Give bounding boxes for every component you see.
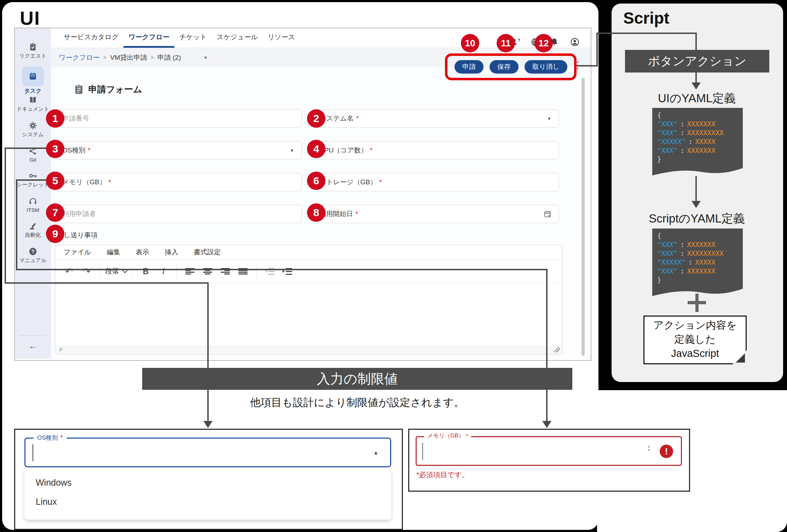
sidebar-item-manual[interactable]: ? マニュアル bbox=[15, 247, 51, 264]
ui-yaml-heading: UIのYAML定義 bbox=[623, 91, 771, 106]
form-title: 申請フォーム bbox=[74, 83, 142, 95]
menu-file[interactable]: ファイル bbox=[64, 248, 91, 257]
arrow-down-icon bbox=[691, 201, 701, 208]
sidebar-item-document[interactable]: ドキュメント bbox=[15, 96, 51, 112]
breadcrumb-caret-icon[interactable]: ▼ bbox=[203, 55, 208, 60]
connector-line bbox=[5, 282, 209, 284]
dropdown-caret-up-icon[interactable]: ▲ bbox=[373, 449, 379, 456]
scrollbar-thumb[interactable] bbox=[581, 78, 585, 356]
os-options-listbox: Windows Linux bbox=[24, 469, 391, 520]
field-storage-gb[interactable]: ストレージ（GB）* bbox=[312, 173, 559, 191]
save-button[interactable]: 保存 bbox=[490, 60, 519, 74]
dropdown-caret-icon[interactable]: ▼ bbox=[290, 148, 294, 153]
submit-button[interactable]: 申請 bbox=[455, 60, 484, 74]
more-options-icon[interactable] bbox=[577, 62, 578, 71]
number-spinner-icon[interactable]: ▲▼ bbox=[647, 444, 650, 452]
tab-schedule[interactable]: スケジュール bbox=[212, 28, 263, 48]
sidebar-label: ITSM bbox=[15, 207, 51, 213]
connector-line bbox=[695, 73, 697, 83]
annotation-badge-12: 12 bbox=[534, 34, 553, 52]
memory-field-floating-label: メモリ（GB）* bbox=[424, 432, 471, 440]
option-linux[interactable]: Linux bbox=[24, 492, 391, 511]
script-panel-title: Script bbox=[623, 8, 669, 28]
cancel-button[interactable]: 取り消し bbox=[525, 60, 567, 74]
undo-icon[interactable]: ↶ bbox=[61, 264, 77, 279]
memory-input-error-state[interactable]: ▲▼ ! bbox=[416, 436, 682, 466]
toolbar-separator bbox=[256, 264, 256, 279]
sidebar-label: 自動化 bbox=[15, 232, 51, 238]
error-alert-icon: ! bbox=[660, 445, 673, 458]
annotation-badge-8: 8 bbox=[307, 203, 325, 222]
italic-button[interactable]: I bbox=[156, 264, 171, 279]
connector-line bbox=[5, 148, 47, 149]
tab-service-catalog[interactable]: サービスカタログ bbox=[59, 28, 123, 48]
robot-arm-icon bbox=[28, 221, 37, 231]
gear-icon bbox=[28, 121, 37, 130]
field-system-name[interactable]: システム名* ▼ bbox=[312, 109, 559, 128]
memory-example-box: メモリ（GB）* ▲▼ ! *必須項目です。 bbox=[408, 429, 690, 492]
annotation-badge-1: 1 bbox=[46, 109, 64, 128]
menu-view[interactable]: 表示 bbox=[136, 248, 149, 257]
tab-ticket[interactable]: チケット bbox=[174, 28, 212, 48]
os-field-floating-label: OS種別* bbox=[34, 434, 66, 442]
avatar-icon[interactable] bbox=[570, 37, 579, 47]
indent-icon[interactable] bbox=[279, 264, 295, 279]
sidebar-item-automation[interactable]: 自動化 bbox=[15, 221, 51, 238]
redo-icon[interactable]: ↷ bbox=[79, 264, 94, 279]
toolbar-separator bbox=[100, 264, 100, 279]
sidebar-item-itsm[interactable]: ITSM bbox=[15, 197, 51, 213]
dropdown-caret-icon[interactable]: ▼ bbox=[547, 116, 551, 121]
toolbar-separator bbox=[132, 264, 133, 279]
paragraph-style-dropdown[interactable]: 段落 bbox=[105, 264, 127, 279]
outdent-icon[interactable] bbox=[262, 264, 277, 279]
chevron-down-icon bbox=[122, 267, 128, 273]
menu-edit[interactable]: 編集 bbox=[107, 248, 120, 257]
field-application-number[interactable]: 申請番号 bbox=[55, 109, 302, 128]
required-error-message: *必須項目です。 bbox=[416, 470, 469, 480]
sidebar-item-task[interactable]: タスク bbox=[15, 66, 51, 95]
align-right-icon[interactable] bbox=[218, 264, 233, 279]
connector-line bbox=[695, 33, 697, 51]
field-applicant[interactable]: 利用申請者 bbox=[55, 205, 302, 223]
arrow-down-icon bbox=[542, 421, 551, 428]
sidebar-divider bbox=[20, 335, 46, 336]
menu-insert[interactable]: 挿入 bbox=[165, 248, 178, 257]
bold-button[interactable]: B bbox=[138, 264, 154, 279]
connector-line bbox=[207, 282, 209, 422]
sidebar-item-request[interactable]: リクエスト bbox=[15, 42, 51, 59]
os-type-combobox[interactable]: ▲ bbox=[24, 438, 391, 467]
text-cursor bbox=[33, 444, 33, 461]
arrow-down-icon bbox=[203, 421, 213, 428]
tab-resource[interactable]: リソース bbox=[263, 28, 300, 48]
help-circle-icon: ? bbox=[28, 247, 37, 256]
calendar-icon bbox=[28, 72, 37, 81]
editor-text-area[interactable] bbox=[55, 283, 562, 338]
breadcrumb-workflow-link[interactable]: ワークフロー bbox=[59, 53, 100, 62]
page: UI リクエスト タスク ドキュメント システム bbox=[0, 0, 787, 532]
connector-line bbox=[695, 176, 697, 202]
ui-panel-title: UI bbox=[20, 7, 40, 29]
field-memory-gb[interactable]: メモリ（GB）* bbox=[55, 173, 302, 191]
arrow-down-icon bbox=[691, 82, 701, 89]
align-center-icon[interactable] bbox=[200, 264, 215, 279]
option-windows[interactable]: Windows bbox=[24, 473, 391, 492]
sidebar-collapse-button[interactable]: ← bbox=[15, 341, 51, 351]
annotation-badge-9: 9 bbox=[46, 225, 64, 243]
calendar-picker-icon[interactable] bbox=[544, 210, 551, 218]
resize-handle-icon[interactable] bbox=[554, 347, 560, 352]
rich-text-editor[interactable]: ファイル 編集 表示 挿入 書式設定 ↶ ↷ 段落 B I bbox=[55, 245, 563, 354]
field-cpu-cores[interactable]: CPU（コア数）* bbox=[312, 141, 559, 160]
editor-toolbar: ↶ ↷ 段落 B I bbox=[55, 260, 562, 283]
tab-workflow[interactable]: ワークフロー bbox=[123, 28, 174, 48]
align-left-icon[interactable] bbox=[182, 264, 198, 279]
code-line: "XXX":XXXXXXXXX bbox=[657, 128, 738, 137]
menu-format[interactable]: 書式設定 bbox=[194, 248, 221, 257]
field-start-date[interactable]: 利用開始日* bbox=[312, 205, 559, 223]
breadcrumb-vm-request[interactable]: VM貸出申請 bbox=[110, 53, 147, 62]
annotation-badge-5: 5 bbox=[46, 172, 64, 190]
breadcrumb-separator: > bbox=[103, 54, 106, 61]
field-os-type[interactable]: OS種別* ▼ bbox=[55, 141, 302, 160]
sidebar-item-system[interactable]: システム bbox=[15, 121, 51, 138]
align-justify-icon[interactable] bbox=[235, 264, 251, 279]
connector-line bbox=[596, 33, 697, 34]
